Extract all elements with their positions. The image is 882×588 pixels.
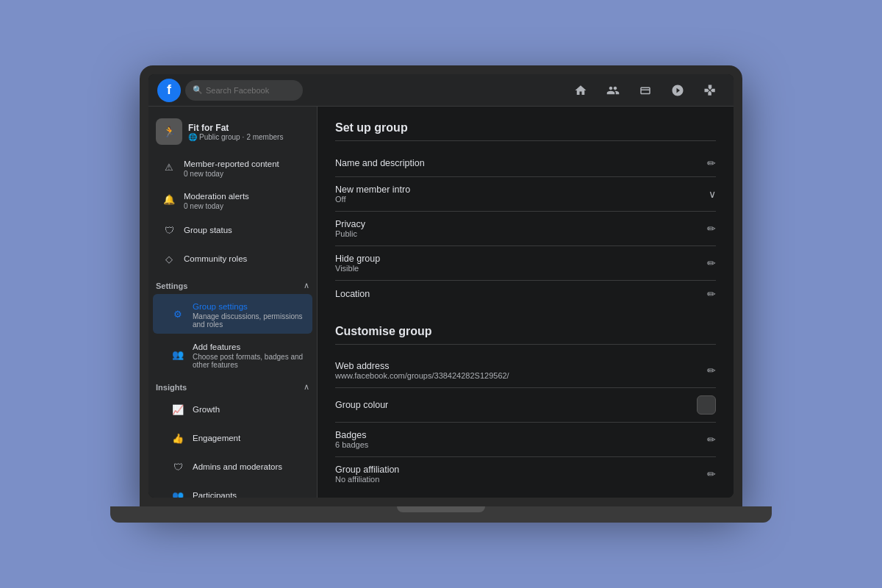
settings-chevron-up-icon[interactable]: ∧ [304, 281, 309, 290]
sidebar-item-moderation[interactable]: 🔔 Moderation alerts 0 new today [153, 184, 312, 215]
add-features-label: Add features [193, 343, 240, 351]
setting-name-description[interactable]: Name and description ✏ [335, 150, 716, 177]
engagement-label: Engagement [193, 434, 240, 442]
setting-location-edit-icon[interactable]: ✏ [707, 288, 716, 300]
insights-section-header: Insights ∧ [148, 375, 317, 395]
setting-hide-group-edit-icon[interactable]: ✏ [707, 257, 716, 269]
setting-name-description-left: Name and description [335, 158, 425, 168]
group-avatar: 🏃 [156, 118, 182, 145]
nav-people-button[interactable] [598, 79, 628, 102]
setting-new-member-intro-label: New member intro [335, 184, 410, 195]
group-settings-label: Group settings [193, 302, 248, 311]
nav-icons [566, 79, 725, 102]
nav-gaming-button[interactable] [695, 79, 725, 102]
sidebar-item-reported[interactable]: ⚠ Member-reported content 0 new today [153, 151, 312, 183]
admins-label: Admins and moderators [193, 462, 282, 471]
customise-group-title: Customise group [335, 325, 716, 338]
group-status-label: Group status [184, 226, 232, 234]
group-settings-sub: Manage discussions, permissions and role… [193, 312, 305, 329]
engagement-icon: 👍 [169, 429, 187, 447]
setting-new-member-expand-icon[interactable]: ∨ [709, 188, 716, 200]
nav-watch-button[interactable] [663, 79, 692, 102]
community-roles-label: Community roles [184, 254, 247, 263]
add-features-sub: Choose post formats, badges and other fe… [193, 353, 305, 369]
group-header: 🏃 Fit for Fat 🌐 Public group · 2 members [148, 112, 317, 151]
group-members: 2 members [246, 133, 283, 141]
growth-icon: 📈 [169, 401, 187, 418]
group-info: Fit for Fat 🌐 Public group · 2 members [188, 123, 283, 141]
settings-section-header: Settings ∧ [148, 273, 317, 293]
moderation-count: 0 new today [184, 202, 249, 210]
sidebar-item-growth[interactable]: 📈 Growth [153, 395, 312, 423]
setting-web-address-left: Web address www.facebook.com/groups/3384… [335, 361, 509, 380]
search-input[interactable] [206, 86, 295, 95]
setting-location-left: Location [335, 289, 370, 299]
reported-label: Member-reported content [184, 159, 279, 168]
setting-badges[interactable]: Badges 6 badges ✏ [335, 423, 716, 457]
search-bar[interactable]: 🔍 [185, 80, 303, 101]
setting-hide-group[interactable]: Hide group Visible ✏ [335, 246, 716, 281]
participants-label: Participants [193, 491, 237, 498]
group-type: Public group [199, 133, 240, 141]
setting-group-colour-label: Group colour [335, 400, 388, 410]
setting-new-member-intro-left: New member intro Off [335, 184, 410, 204]
participants-icon: 👥 [169, 487, 187, 498]
sidebar-item-group-settings[interactable]: ⚙ Group settings Manage discussions, per… [153, 294, 312, 334]
gear-icon: ⚙ [169, 305, 187, 323]
laptop-screen: f 🔍 [140, 65, 742, 506]
reported-count: 0 new today [184, 170, 279, 178]
setting-privacy-value: Public [335, 229, 365, 238]
laptop-base [110, 506, 772, 523]
shield-icon: 🛡 [160, 221, 178, 239]
sidebar-item-participants[interactable]: 👥 Participants [153, 481, 312, 498]
moderation-icon: 🔔 [160, 191, 178, 209]
nav-home-button[interactable] [566, 79, 595, 102]
setting-group-affiliation[interactable]: Group affiliation No affiliation ✏ [335, 457, 716, 491]
setting-new-member-intro-value: Off [335, 195, 410, 204]
setting-privacy[interactable]: Privacy Public ✏ [335, 212, 716, 246]
setting-web-address-edit-icon[interactable]: ✏ [707, 365, 716, 376]
setting-web-address[interactable]: Web address www.facebook.com/groups/3384… [335, 354, 716, 388]
setting-group-colour-left: Group colour [335, 400, 388, 410]
setting-name-description-label: Name and description [335, 158, 425, 168]
setting-badges-edit-icon[interactable]: ✏ [707, 434, 716, 445]
sidebar-item-admins[interactable]: 🛡 Admins and moderators [153, 453, 312, 481]
setting-hide-group-left: Hide group Visible [335, 254, 380, 273]
setting-new-member-intro[interactable]: New member intro Off ∨ [335, 177, 716, 212]
setting-group-affiliation-value: No affiliation [335, 475, 399, 484]
sidebar-item-community-roles[interactable]: ◇ Community roles [153, 245, 312, 273]
setting-group-affiliation-left: Group affiliation No affiliation [335, 465, 399, 484]
setting-web-address-label: Web address [335, 361, 509, 371]
sidebar-item-add-features[interactable]: 👥 Add features Choose post formats, badg… [153, 334, 312, 374]
sidebar-item-engagement[interactable]: 👍 Engagement [153, 424, 312, 452]
main-content: 🏃 Fit for Fat 🌐 Public group · 2 members… [148, 107, 734, 498]
setup-group-section: Set up group Name and description ✏ New … [335, 121, 716, 307]
setting-group-affiliation-edit-icon[interactable]: ✏ [707, 468, 716, 480]
setting-badges-label: Badges [335, 430, 368, 440]
color-swatch [697, 395, 716, 415]
setting-badges-left: Badges 6 badges [335, 430, 368, 449]
setup-group-title: Set up group [335, 121, 716, 135]
settings-section-title: Settings [156, 282, 187, 290]
setting-name-description-edit[interactable]: ✏ [707, 157, 716, 169]
setting-group-colour-swatch[interactable] [697, 395, 716, 415]
setting-group-affiliation-label: Group affiliation [335, 465, 399, 475]
sidebar-item-group-status[interactable]: 🛡 Group status [153, 216, 312, 244]
nav-marketplace-button[interactable] [631, 79, 660, 102]
alert-icon: ⚠ [160, 159, 178, 176]
moderation-label: Moderation alerts [184, 192, 249, 201]
setting-group-colour[interactable]: Group colour [335, 388, 716, 423]
insights-chevron-up-icon[interactable]: ∧ [304, 382, 309, 392]
growth-label: Growth [193, 405, 220, 414]
group-sub: 🌐 Public group · 2 members [188, 133, 283, 141]
setting-privacy-left: Privacy Public [335, 219, 365, 238]
topbar: f 🔍 [148, 74, 734, 107]
customise-group-section: Customise group Web address www.facebook… [335, 325, 716, 491]
setting-web-address-value: www.facebook.com/groups/338424282S129562… [335, 371, 509, 380]
admins-icon: 🛡 [169, 458, 187, 476]
setting-location[interactable]: Location ✏ [335, 281, 716, 307]
facebook-logo: f [157, 79, 181, 102]
group-name: Fit for Fat [188, 123, 283, 133]
setting-privacy-edit-icon[interactable]: ✏ [707, 223, 716, 234]
setting-location-label: Location [335, 289, 370, 299]
